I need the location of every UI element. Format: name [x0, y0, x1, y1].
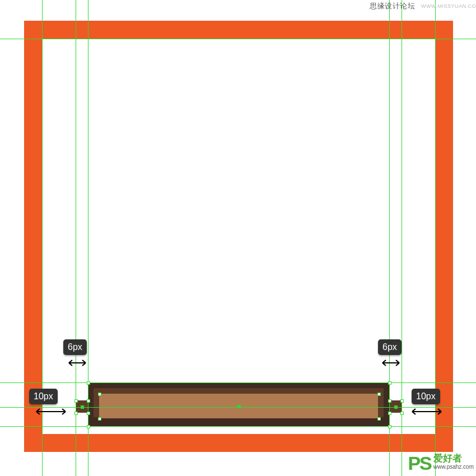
guide-vertical[interactable] [88, 0, 88, 476]
selection-handle[interactable] [377, 417, 381, 421]
guide-horizontal[interactable] [0, 426, 476, 427]
selection-handle[interactable] [388, 381, 391, 385]
selection-handle[interactable] [388, 425, 391, 428]
selection-handle[interactable] [74, 399, 78, 403]
selection-handle[interactable] [87, 399, 90, 403]
watermark-url: www.psahz.com [433, 464, 474, 470]
selection-handle[interactable] [87, 412, 90, 415]
watermark-logo-text: PS [408, 454, 431, 473]
dimension-arrow-icon [410, 407, 443, 415]
watermark-bottom: PS 爱好者 www.psahz.com [408, 454, 474, 473]
selection-center[interactable] [237, 405, 241, 408]
watermark-top-url: WWW.MISSYUAN.COM [421, 3, 476, 9]
watermark-top-text: 思缘设计论坛 [370, 1, 415, 11]
dimension-label-10px-right: 10px [412, 389, 440, 404]
selection-handle[interactable] [400, 399, 404, 403]
selection-center[interactable] [81, 405, 84, 409]
dimension-arrow-icon [67, 358, 87, 366]
dimension-arrow-icon [35, 407, 67, 415]
selection-handle[interactable] [377, 393, 381, 396]
dimension-label-10px-left: 10px [29, 389, 58, 404]
selection-handle[interactable] [98, 417, 101, 421]
selection-handle[interactable] [87, 425, 90, 428]
selection-handle[interactable] [388, 399, 391, 403]
guide-vertical[interactable] [389, 0, 390, 476]
guide-vertical[interactable] [435, 0, 436, 476]
guide-vertical[interactable] [42, 0, 43, 476]
watermark-cn-text: 爱好者 [433, 454, 474, 463]
selection-handle[interactable] [400, 412, 404, 415]
guide-horizontal[interactable] [0, 39, 476, 39]
selection-handle[interactable] [87, 381, 90, 385]
guide-vertical[interactable] [76, 0, 76, 476]
guide-horizontal[interactable] [0, 382, 476, 383]
guide-vertical[interactable] [402, 0, 402, 476]
dimension-label-6px-left: 6px [63, 339, 87, 355]
selection-handle[interactable] [98, 393, 101, 396]
dimension-label-6px-right: 6px [378, 339, 402, 355]
selection-handle[interactable] [388, 412, 391, 415]
dimension-arrow-icon [381, 358, 401, 366]
selection-center[interactable] [394, 405, 398, 409]
selection-handle[interactable] [74, 412, 78, 415]
